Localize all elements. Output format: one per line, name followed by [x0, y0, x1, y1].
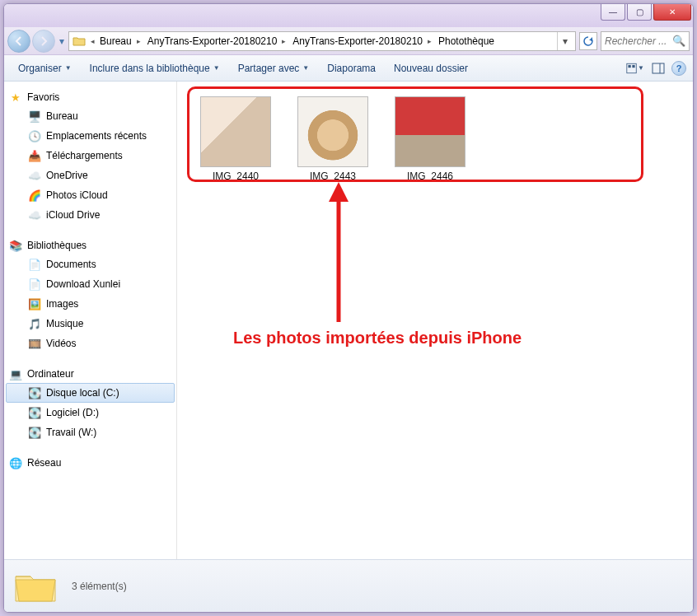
chevron-down-icon: ▼ — [65, 64, 72, 72]
status-bar: 3 élément(s) — [4, 559, 693, 612]
nav-group-favorites: ★ Favoris 🖥️Bureau 🕓Emplacements récents… — [6, 88, 175, 225]
sidebar-item-disk-c[interactable]: 💽Disque local (C:) — [6, 383, 175, 403]
sidebar-item-disk-w[interactable]: 💽Travail (W:) — [6, 422, 175, 442]
drive-icon: 💽 — [28, 386, 41, 399]
status-text: 3 élément(s) — [72, 581, 127, 592]
document-icon: 📄 — [28, 258, 41, 271]
sidebar-item-disk-d[interactable]: 💽Logiciel (D:) — [6, 403, 175, 422]
breadcrumb-segment[interactable]: AnyTrans-Exporter-20180210▸ — [291, 35, 433, 47]
sidebar-item-icloud-drive[interactable]: ☁️iCloud Drive — [6, 205, 175, 225]
nav-history-dropdown[interactable]: ▾ — [57, 35, 67, 47]
nav-group-libraries: 📚 Bibliothèques 📄Documents 📄Download Xun… — [6, 236, 175, 353]
annotation-arrow — [322, 182, 355, 330]
image-icon: 🖼️ — [28, 297, 41, 310]
video-icon: 🎞️ — [28, 337, 41, 350]
breadcrumb-label: Photothèque — [438, 35, 494, 47]
breadcrumb-segment[interactable]: Photothèque — [437, 35, 496, 47]
content-pane[interactable]: IMG_2440 IMG_2443 IMG_2446 Les photos im… — [177, 82, 693, 559]
slideshow-button[interactable]: Diaporama — [320, 58, 383, 78]
explorer-window: — ▢ ✕ ▾ ◂Bureau▸ AnyTrans-Exporter-20180… — [3, 3, 694, 613]
breadcrumb-segment[interactable]: AnyTrans-Exporter-20180210▸ — [146, 35, 288, 47]
navigation-pane: ★ Favoris 🖥️Bureau 🕓Emplacements récents… — [4, 82, 177, 559]
nav-group-network: 🌐 Réseau — [6, 454, 175, 472]
svg-rect-1 — [628, 64, 630, 67]
folder-icon — [73, 35, 86, 48]
svg-rect-3 — [653, 63, 664, 73]
nav-group-title[interactable]: 💻 Ordinateur — [6, 365, 175, 383]
computer-icon: 💻 — [9, 367, 22, 380]
sidebar-item-documents[interactable]: 📄Documents — [6, 254, 175, 274]
svg-rect-2 — [632, 64, 634, 67]
close-button[interactable]: ✕ — [653, 4, 691, 21]
desktop-icon: 🖥️ — [28, 110, 41, 123]
annotation-text: Les photos importées depuis iPhone — [233, 329, 522, 348]
chevron-down-icon: ▼ — [302, 64, 309, 72]
recent-icon: 🕓 — [28, 129, 41, 142]
address-box[interactable]: ◂Bureau▸ AnyTrans-Exporter-20180210▸ Any… — [68, 31, 576, 51]
sidebar-item-bureau[interactable]: 🖥️Bureau — [6, 106, 175, 126]
include-library-button[interactable]: Inclure dans la bibliothèque▼ — [82, 58, 227, 78]
document-icon: 📄 — [28, 278, 41, 291]
cloud-icon: ☁️ — [28, 208, 41, 222]
nav-group-computer: 💻 Ordinateur 💽Disque local (C:) 💽Logicie… — [6, 365, 175, 442]
nav-forward-button[interactable] — [32, 30, 55, 53]
toolbar: Organiser▼ Inclure dans la bibliothèque▼… — [4, 55, 693, 82]
drive-icon: 💽 — [28, 406, 41, 419]
libraries-icon: 📚 — [9, 239, 22, 252]
folder-icon — [14, 568, 57, 604]
sidebar-item-images[interactable]: 🖼️Images — [6, 294, 175, 314]
drive-icon: 💽 — [28, 426, 41, 439]
breadcrumb-label: Bureau — [100, 35, 132, 47]
preview-pane-button[interactable] — [648, 58, 668, 78]
cloud-icon: ☁️ — [28, 169, 41, 182]
organise-button[interactable]: Organiser▼ — [11, 58, 79, 78]
refresh-button[interactable] — [579, 32, 597, 50]
nav-group-title[interactable]: 📚 Bibliothèques — [6, 236, 175, 254]
sidebar-item-downloads[interactable]: 📥Téléchargements — [6, 146, 175, 166]
minimize-button[interactable]: — — [601, 4, 625, 21]
address-dropdown-icon[interactable]: ▾ — [557, 32, 572, 50]
search-box[interactable]: 🔍 — [601, 31, 690, 51]
body: ★ Favoris 🖥️Bureau 🕓Emplacements récents… — [4, 82, 693, 559]
nav-back-button[interactable] — [7, 30, 30, 53]
chevron-down-icon: ▼ — [213, 64, 220, 72]
search-icon: 🔍 — [672, 35, 685, 48]
address-bar: ▾ ◂Bureau▸ AnyTrans-Exporter-20180210▸ A… — [4, 27, 693, 55]
new-folder-button[interactable]: Nouveau dossier — [386, 58, 475, 78]
music-icon: 🎵 — [28, 317, 41, 330]
breadcrumb-segment[interactable]: ◂Bureau▸ — [89, 35, 143, 47]
sidebar-item-photos-icloud[interactable]: 🌈Photos iCloud — [6, 185, 175, 205]
breadcrumb-label: AnyTrans-Exporter-20180210 — [292, 35, 423, 47]
nav-group-title[interactable]: ★ Favoris — [6, 88, 175, 106]
nav-group-title[interactable]: 🌐 Réseau — [6, 454, 175, 472]
search-input[interactable] — [605, 35, 672, 47]
sidebar-item-videos[interactable]: 🎞️Vidéos — [6, 334, 175, 353]
sidebar-item-recents[interactable]: 🕓Emplacements récents — [6, 126, 175, 146]
photos-icon: 🌈 — [28, 189, 41, 202]
annotation-highlight-box — [187, 86, 643, 182]
network-icon: 🌐 — [9, 456, 22, 469]
view-options-button[interactable]: ▼ — [625, 58, 645, 78]
sidebar-item-music[interactable]: 🎵Musique — [6, 314, 175, 334]
titlebar: — ▢ ✕ — [4, 4, 693, 27]
sidebar-item-onedrive[interactable]: ☁️OneDrive — [6, 166, 175, 185]
svg-marker-6 — [329, 182, 348, 202]
breadcrumb-label: AnyTrans-Exporter-20180210 — [147, 35, 278, 47]
share-with-button[interactable]: Partager avec▼ — [231, 58, 317, 78]
sidebar-item-download-xunlei[interactable]: 📄Download Xunlei — [6, 274, 175, 294]
star-icon: ★ — [9, 91, 22, 104]
help-button[interactable]: ? — [671, 61, 686, 76]
chevron-down-icon: ▼ — [638, 64, 644, 72]
maximize-button[interactable]: ▢ — [627, 4, 652, 21]
downloads-icon: 📥 — [28, 149, 41, 162]
